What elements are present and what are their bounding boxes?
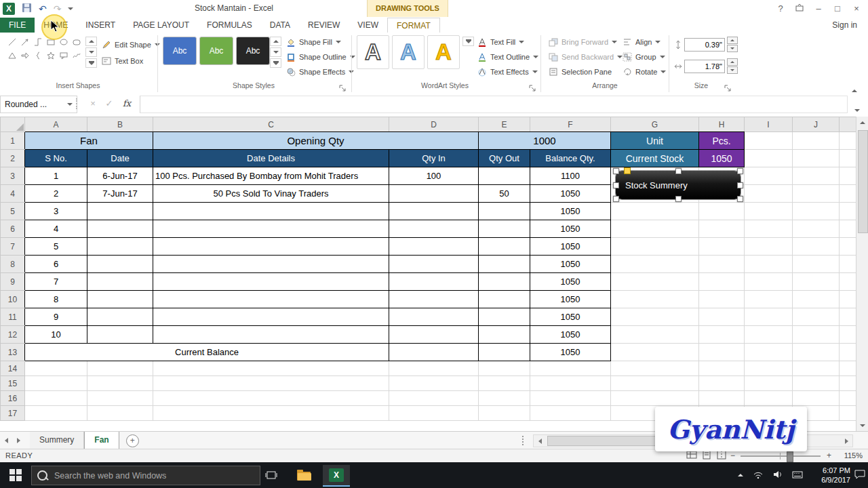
text-effects-button[interactable]: Text Effects (475, 65, 540, 79)
cell[interactable] (840, 326, 856, 344)
cell[interactable] (153, 391, 389, 406)
cell[interactable] (479, 256, 530, 273)
shape-style-black[interactable]: Abc (236, 37, 270, 65)
bring-forward-button[interactable]: Bring Forward (546, 35, 620, 49)
cell[interactable] (745, 238, 793, 256)
cell[interactable]: Qty In (389, 150, 479, 167)
cell[interactable] (25, 406, 87, 421)
cell[interactable] (389, 391, 479, 406)
cell[interactable] (840, 256, 856, 273)
cell[interactable] (87, 326, 153, 344)
cell[interactable] (793, 361, 840, 376)
cell[interactable]: 1050 (530, 185, 611, 203)
minimize-button[interactable]: – (810, 0, 827, 18)
cell[interactable]: Pcs. (699, 132, 745, 150)
tab-formulas[interactable]: FORMULAS (198, 18, 261, 33)
normal-view-icon[interactable] (686, 450, 697, 462)
cell[interactable] (699, 203, 745, 220)
cell[interactable] (611, 326, 699, 344)
cell[interactable] (389, 203, 479, 220)
row-header-7[interactable]: 7 (1, 238, 25, 256)
cell[interactable] (87, 256, 153, 273)
cell[interactable] (479, 308, 530, 326)
cell[interactable]: 100 Pcs. Purchased By Bombay from Mohit … (153, 167, 389, 185)
cell[interactable] (389, 376, 479, 391)
cell[interactable] (745, 167, 793, 185)
column-header-B[interactable]: B (87, 117, 153, 132)
file-explorer-button[interactable] (290, 465, 317, 485)
save-icon[interactable] (22, 3, 32, 16)
cell[interactable] (87, 361, 153, 376)
column-header-F[interactable]: F (530, 117, 611, 132)
shape-style-blue[interactable]: Abc (163, 37, 197, 65)
cell[interactable] (745, 150, 793, 167)
keyboard-icon[interactable] (792, 469, 803, 481)
new-sheet-button[interactable]: + (126, 434, 139, 447)
cell[interactable] (699, 326, 745, 344)
tab-format[interactable]: FORMAT (387, 18, 440, 33)
text-box-button[interactable]: Text Box (99, 54, 146, 68)
cell[interactable] (479, 273, 530, 291)
row-header-12[interactable]: 12 (1, 326, 25, 344)
cell[interactable]: Unit (611, 132, 699, 150)
cell[interactable]: 1050 (530, 220, 611, 238)
cell[interactable] (389, 406, 479, 421)
cell[interactable] (389, 308, 479, 326)
cell[interactable]: 1050 (530, 238, 611, 256)
cell[interactable] (699, 361, 745, 376)
cell[interactable] (793, 256, 840, 273)
row-header-1[interactable]: 1 (1, 132, 25, 150)
hscroll-right-icon[interactable] (840, 439, 852, 444)
row-header-16[interactable]: 16 (1, 391, 25, 406)
cell[interactable]: S No. (25, 150, 87, 167)
cell[interactable] (87, 203, 153, 220)
vertical-scroll-thumb[interactable] (858, 130, 868, 233)
cell[interactable] (479, 376, 530, 391)
cell[interactable] (745, 376, 793, 391)
cell[interactable] (611, 308, 699, 326)
line-icon[interactable] (5, 35, 18, 49)
column-header-D[interactable]: D (389, 117, 479, 132)
scribble-icon[interactable] (70, 49, 83, 62)
cell[interactable] (840, 406, 856, 421)
cell[interactable] (745, 326, 793, 344)
cell[interactable] (25, 376, 87, 391)
wordart-style-blue[interactable]: A (392, 35, 425, 69)
cell[interactable] (840, 273, 856, 291)
block-arrow-icon[interactable] (18, 49, 31, 62)
cell[interactable]: 50 Pcs Sold To Vinay Traders (153, 185, 389, 203)
volume-icon[interactable] (773, 469, 783, 481)
row-header-10[interactable]: 10 (1, 291, 25, 308)
row-header-15[interactable]: 15 (1, 376, 25, 391)
cell[interactable] (699, 291, 745, 308)
cell[interactable] (840, 132, 856, 150)
help-button[interactable]: ? (772, 0, 789, 18)
styles-up-icon[interactable] (270, 37, 281, 46)
cell[interactable]: 10 (25, 326, 87, 344)
excel-taskbar-button[interactable]: X (323, 465, 350, 487)
cell[interactable] (611, 361, 699, 376)
cell[interactable] (87, 220, 153, 238)
column-header-A[interactable]: A (25, 117, 87, 132)
selection-pane-button[interactable]: Selection Pane (546, 65, 614, 79)
ribbon-display-button[interactable] (791, 0, 808, 18)
cell[interactable] (479, 220, 530, 238)
column-header-I[interactable]: I (745, 117, 793, 132)
tab-file[interactable]: FILE (0, 18, 35, 33)
cell[interactable] (389, 344, 479, 361)
tab-review[interactable]: REVIEW (299, 18, 349, 33)
cell[interactable] (389, 326, 479, 344)
shape-styles-dialog-launcher-icon[interactable] (339, 83, 347, 91)
action-center-icon[interactable] (854, 470, 865, 482)
cell[interactable] (153, 376, 389, 391)
cell[interactable] (745, 344, 793, 361)
cell[interactable] (745, 185, 793, 203)
formula-input[interactable] (140, 96, 848, 113)
tab-page-layout[interactable]: PAGE LAYOUT (124, 18, 198, 33)
cell[interactable] (611, 273, 699, 291)
size-dialog-launcher-icon[interactable] (724, 83, 732, 91)
resize-handle-s[interactable] (675, 196, 682, 202)
cell[interactable] (153, 308, 389, 326)
triangle-icon[interactable] (5, 49, 18, 62)
cell[interactable] (530, 406, 611, 421)
